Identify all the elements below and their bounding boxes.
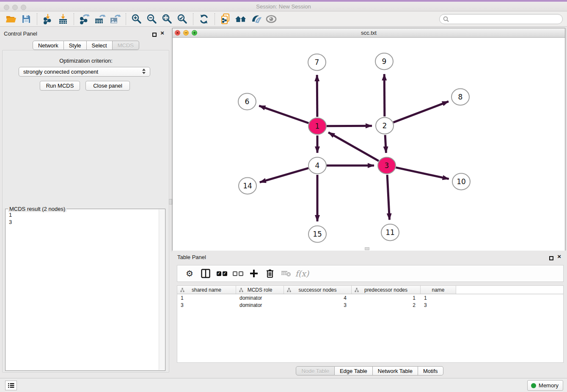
control-panel-tabs: NetworkStyleSelectMCDS <box>0 41 172 50</box>
table-cell[interactable]: 2 <box>352 301 421 309</box>
table-cell[interactable]: 3 <box>284 301 352 309</box>
column-header-shared-name[interactable]: shared name <box>177 286 236 294</box>
mcds-result-text[interactable]: 1 3 <box>6 210 159 370</box>
select-none-icon[interactable] <box>230 267 246 280</box>
node-14[interactable]: 14 <box>239 178 256 194</box>
function-builder-icon[interactable]: f(x) <box>294 267 310 280</box>
node-4[interactable]: 4 <box>308 157 326 174</box>
node-1[interactable]: 1 <box>308 118 326 135</box>
export-network-icon[interactable] <box>77 13 92 25</box>
apply-style-icon[interactable] <box>248 13 264 25</box>
memory-button-label: Memory <box>539 382 559 389</box>
search-field[interactable] <box>439 14 563 24</box>
hierarchy-icon <box>239 288 243 292</box>
criterion-dropdown[interactable]: strongly connected component <box>19 67 150 77</box>
duplicate-network-icon[interactable] <box>218 13 233 25</box>
edge-3-10[interactable] <box>396 168 449 179</box>
refresh-icon[interactable] <box>196 13 212 25</box>
network-graph[interactable]: 7968124314101511 <box>173 38 565 251</box>
tab-network[interactable]: Network <box>33 41 64 50</box>
table-cell[interactable]: dominator <box>236 294 284 301</box>
zoom-fit-icon[interactable] <box>160 13 175 25</box>
zoom-out-icon[interactable] <box>144 13 160 25</box>
table-cell[interactable]: 1 <box>177 294 236 301</box>
mcds-result-scrollbar[interactable] <box>159 210 165 370</box>
network-canvas[interactable]: 7968124314101511 <box>173 38 565 251</box>
edge-4-14[interactable] <box>260 168 308 182</box>
splitter-grip[interactable] <box>169 199 172 204</box>
open-icon[interactable] <box>3 13 19 25</box>
tab-mcds[interactable]: MCDS <box>113 41 139 50</box>
delete-column-icon[interactable] <box>262 267 278 280</box>
vertical-splitter[interactable] <box>169 27 172 378</box>
toolbar-separator <box>215 13 215 25</box>
table-body: 1dominator4113dominator323 <box>177 294 563 309</box>
table-cell[interactable]: 3 <box>177 301 236 309</box>
split-columns-icon[interactable] <box>198 267 214 280</box>
edge-1-2[interactable] <box>327 126 372 126</box>
column-header-MCDS-role[interactable]: MCDS role <box>236 286 284 294</box>
table-cell[interactable]: 1 <box>352 294 421 301</box>
edge-2-8[interactable] <box>394 102 449 123</box>
table-panel-tabs: Node TableEdge TableNetwork TableMotifs <box>172 366 567 375</box>
run-mcds-button[interactable]: Run MCDS <box>40 81 80 91</box>
node-table[interactable]: shared nameMCDS rolesuccessor nodesprede… <box>177 285 564 363</box>
close-table-panel-icon[interactable]: × <box>557 254 561 259</box>
select-all-icon[interactable]: ✓✓ <box>214 267 230 280</box>
table-row[interactable]: 3dominator323 <box>177 301 563 309</box>
export-image-icon[interactable] <box>107 13 123 25</box>
edge-2-3[interactable] <box>385 135 386 153</box>
close-panel-button[interactable]: Close panel <box>85 81 130 91</box>
node-3[interactable]: 3 <box>378 157 396 174</box>
task-history-button[interactable] <box>5 381 17 390</box>
node-7[interactable]: 7 <box>308 54 326 71</box>
memory-button[interactable]: Memory <box>527 380 563 391</box>
edge-1-7[interactable] <box>317 75 317 117</box>
float-table-panel-icon[interactable] <box>549 254 553 262</box>
node-2[interactable]: 2 <box>376 118 394 134</box>
column-header-successor-nodes[interactable]: successor nodes <box>284 286 352 294</box>
column-header-name[interactable]: name <box>421 286 456 294</box>
tab-motifs[interactable]: Motifs <box>418 366 443 375</box>
node-8[interactable]: 8 <box>451 89 469 105</box>
tab-select[interactable]: Select <box>87 41 113 50</box>
gear-icon[interactable]: ⚙ <box>182 267 198 280</box>
show-graphics-icon[interactable] <box>264 13 279 25</box>
zoom-selected-icon[interactable] <box>175 13 190 25</box>
table-cell[interactable]: 4 <box>284 294 352 301</box>
save-icon[interactable] <box>19 13 34 25</box>
tab-style[interactable]: Style <box>64 41 87 50</box>
node-15[interactable]: 15 <box>308 226 326 243</box>
svg-text:8: 8 <box>458 93 463 101</box>
table-cell[interactable]: 1 <box>421 294 456 301</box>
zoom-in-icon[interactable] <box>129 13 144 25</box>
edge-1-6[interactable] <box>259 106 308 123</box>
column-header-predecessor-nodes[interactable]: predecessor nodes <box>352 286 421 294</box>
svg-text:6: 6 <box>245 97 250 106</box>
delete-table-icon[interactable] <box>278 267 294 280</box>
float-panel-icon[interactable] <box>152 31 157 39</box>
add-column-icon[interactable] <box>246 267 262 280</box>
tab-edge-table[interactable]: Edge Table <box>335 366 373 375</box>
svg-text:9: 9 <box>382 57 387 66</box>
home-icon[interactable] <box>233 13 248 25</box>
tab-node-table[interactable]: Node Table <box>296 366 335 375</box>
table-cell[interactable]: dominator <box>236 301 284 309</box>
search-input[interactable] <box>451 15 562 23</box>
table-row[interactable]: 1dominator411 <box>177 294 563 301</box>
export-table-icon[interactable] <box>92 13 107 25</box>
edge-3-11[interactable] <box>387 175 389 220</box>
import-network-icon[interactable] <box>40 13 55 25</box>
edge-3-1[interactable] <box>328 133 379 161</box>
import-table-icon[interactable] <box>55 13 71 25</box>
toolbar-separator <box>37 13 37 25</box>
edge-2-9[interactable] <box>384 74 385 116</box>
node-11[interactable]: 11 <box>381 224 399 241</box>
horizontal-splitter-grip[interactable] <box>365 247 369 250</box>
node-9[interactable]: 9 <box>375 53 393 70</box>
node-6[interactable]: 6 <box>238 94 256 110</box>
close-panel-icon[interactable]: × <box>160 31 164 35</box>
tab-network-table[interactable]: Network Table <box>373 366 418 375</box>
table-cell[interactable]: 3 <box>421 301 456 309</box>
node-10[interactable]: 10 <box>452 174 470 190</box>
